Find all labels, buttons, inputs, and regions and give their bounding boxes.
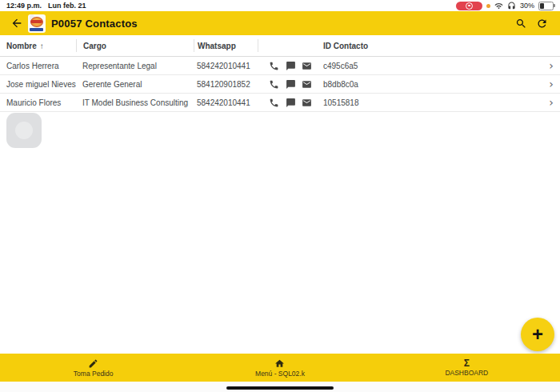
cell-id-contacto: 10515818 [323,98,542,107]
chevron-right-icon[interactable]: › [549,97,554,108]
refresh-icon [536,18,548,30]
app-bar: P0057 Contactos [0,11,560,35]
nav-label: Toma Pedido [74,370,114,378]
status-time: 12:49 p.m. [6,2,42,10]
search-icon [515,18,527,30]
cell-whatsapp: 584242010441 [194,98,258,107]
cell-cargo: Gerente General [76,80,194,89]
home-indicator[interactable] [226,386,334,390]
floating-widget-ghost[interactable] [6,113,42,148]
status-date: Lun feb. 21 [48,2,86,10]
chevron-right-icon[interactable]: › [549,78,554,90]
status-bar: 12:49 p.m. Lun feb. 21 30% [0,0,560,11]
phone-icon[interactable] [269,79,279,90]
nav-item-toma-pedido[interactable]: Toma Pedido [0,354,186,382]
sigma-icon: Σ [464,358,470,368]
chat-icon[interactable] [286,79,296,90]
battery-icon [538,2,554,10]
contacts-table: Nombre↑ Cargo Whatsapp ID Contacto Carlo… [0,35,560,112]
cell-id-contacto: c495c6a5 [323,62,542,70]
column-header-nombre[interactable]: Nombre↑ [0,39,76,52]
cell-id-contacto: b8db8c0a [323,80,542,89]
column-header-whatsapp[interactable]: Whatsapp [194,39,258,52]
table-row[interactable]: Carlos Herrera Representante Legal 58424… [0,57,560,75]
cell-nombre: Jose miguel Nieves [0,80,76,89]
mail-icon[interactable] [302,79,312,90]
pencil-icon [88,358,98,369]
app-screen: 12:49 p.m. Lun feb. 21 30% P0057 Contact… [0,0,560,392]
nav-item-menu[interactable]: Menú - SQL02.k [186,354,373,382]
wifi-icon [494,2,503,10]
add-contact-fab[interactable]: + [521,318,554,351]
table-row[interactable]: Mauricio Flores IT Model Business Consul… [0,94,560,112]
mail-icon[interactable] [302,98,312,108]
search-button[interactable] [510,13,531,34]
column-header-id-contacto[interactable]: ID Contacto [323,39,542,52]
nav-item-dashboard[interactable]: Σ DASHBOARD [374,354,560,382]
nav-label: Menú - SQL02.k [255,370,305,378]
column-header-cargo[interactable]: Cargo [76,39,194,52]
home-icon [274,358,285,369]
cell-nombre: Mauricio Flores [0,98,76,107]
cell-whatsapp: 584120901852 [194,80,258,89]
back-arrow-icon [10,17,23,30]
screen-record-indicator[interactable] [456,2,482,10]
page-title: P0057 Contactos [51,18,138,30]
nav-label: DASHBOARD [445,369,488,377]
headset-icon [507,2,516,10]
bottom-nav: Toma Pedido Menú - SQL02.k Σ DASHBOARD [0,354,560,382]
chevron-right-icon[interactable]: › [549,60,554,71]
phone-icon[interactable] [269,98,279,108]
battery-percent: 30% [520,2,534,10]
cell-cargo: IT Model Business Consulting [76,98,194,107]
refresh-button[interactable] [531,13,552,34]
back-button[interactable] [8,14,26,32]
app-logo [28,14,46,33]
table-row[interactable]: Jose miguel Nieves Gerente General 58412… [0,75,560,94]
chat-icon[interactable] [286,61,296,71]
mail-icon[interactable] [302,61,312,71]
phone-icon[interactable] [269,61,279,71]
gesture-bar-area [0,382,560,392]
column-header-actions [258,39,323,52]
sort-ascending-icon: ↑ [40,42,44,50]
cell-cargo: Representante Legal [76,62,194,70]
orange-status-dot-icon [486,4,490,8]
table-header: Nombre↑ Cargo Whatsapp ID Contacto [0,35,560,57]
cell-nombre: Carlos Herrera [0,62,76,70]
chat-icon[interactable] [286,98,296,108]
cell-whatsapp: 584242010441 [194,62,258,70]
